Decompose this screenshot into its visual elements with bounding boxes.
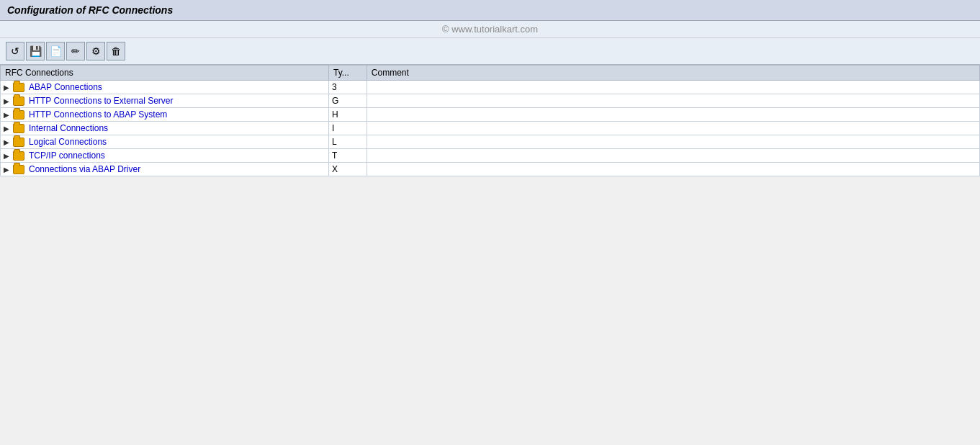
expand-arrow-icon[interactable]: ▶ (4, 97, 11, 105)
folder-icon (13, 138, 24, 147)
rfc-connections-table: RFC Connections Ty... Comment ▶ABAP Conn… (0, 65, 980, 176)
row-type-cell: H (328, 108, 367, 122)
expand-arrow-icon[interactable]: ▶ (4, 111, 11, 119)
row-name-cell: ▶TCP/IP connections (1, 149, 329, 163)
row-comment-cell (367, 108, 979, 122)
refresh-icon: ↺ (11, 45, 19, 57)
table-header-row: RFC Connections Ty... Comment (1, 66, 980, 81)
row-comment-cell (367, 135, 979, 149)
watermark-text: © www.tutorialkart.com (442, 24, 538, 35)
refresh-button[interactable]: ↺ (6, 42, 24, 60)
row-name-cell: ▶Internal Connections (1, 122, 329, 135)
folder-icon (13, 124, 24, 133)
row-comment-cell (367, 122, 979, 135)
row-comment-cell (367, 94, 979, 108)
row-name-label[interactable]: Logical Connections (29, 137, 107, 147)
row-name-label[interactable]: HTTP Connections to External Server (29, 96, 174, 106)
row-name-cell: ▶HTTP Connections to External Server (1, 94, 329, 108)
edit-button[interactable]: ✏ (66, 42, 85, 60)
expand-arrow-icon[interactable]: ▶ (4, 166, 11, 174)
col-header-type: Ty... (328, 66, 367, 81)
delete-button[interactable]: 🗑 (107, 42, 125, 60)
new-icon: 📄 (50, 45, 62, 57)
row-name-label[interactable]: HTTP Connections to ABAP System (29, 109, 167, 120)
row-comment-cell (367, 163, 979, 176)
row-type-cell: 3 (328, 81, 367, 94)
delete-icon: 🗑 (111, 45, 121, 57)
properties-button[interactable]: ⚙ (86, 42, 105, 60)
table-row[interactable]: ▶HTTP Connections to External ServerG (1, 94, 980, 108)
row-comment-cell (367, 81, 979, 94)
expand-arrow-icon[interactable]: ▶ (4, 84, 11, 91)
folder-icon (13, 165, 24, 174)
expand-arrow-icon[interactable]: ▶ (4, 125, 11, 132)
table-row[interactable]: ▶ABAP Connections3 (1, 81, 980, 94)
row-name-cell: ▶Logical Connections (1, 135, 329, 149)
row-name-cell: ▶HTTP Connections to ABAP System (1, 108, 329, 122)
folder-icon (13, 96, 24, 106)
row-name-label[interactable]: Connections via ABAP Driver (29, 164, 140, 174)
row-type-cell: T (328, 149, 367, 163)
expand-arrow-icon[interactable]: ▶ (4, 138, 11, 146)
row-comment-cell (367, 149, 979, 163)
main-content: RFC Connections Ty... Comment ▶ABAP Conn… (0, 65, 980, 176)
save-icon: 💾 (30, 45, 42, 57)
table-row[interactable]: ▶HTTP Connections to ABAP SystemH (1, 108, 980, 122)
table-row[interactable]: ▶Internal ConnectionsI (1, 122, 980, 135)
folder-icon (13, 83, 24, 92)
row-name-label[interactable]: ABAP Connections (29, 82, 102, 92)
expand-arrow-icon[interactable]: ▶ (4, 152, 11, 160)
toolbar: ↺ 💾 📄 ✏ ⚙ 🗑 (0, 38, 980, 65)
row-name-label[interactable]: TCP/IP connections (29, 150, 105, 161)
col-header-comment: Comment (367, 66, 979, 81)
row-name-cell: ▶ABAP Connections (1, 81, 329, 94)
properties-icon: ⚙ (91, 45, 101, 57)
row-type-cell: G (328, 94, 367, 108)
page-title: Configuration of RFC Connections (7, 4, 173, 16)
row-type-cell: X (328, 163, 367, 176)
table-row[interactable]: ▶Logical ConnectionsL (1, 135, 980, 149)
row-name-cell: ▶Connections via ABAP Driver (1, 163, 329, 176)
row-name-label[interactable]: Internal Connections (29, 123, 108, 133)
table-row[interactable]: ▶TCP/IP connectionsT (1, 149, 980, 163)
new-button[interactable]: 📄 (46, 42, 65, 60)
table-row[interactable]: ▶Connections via ABAP DriverX (1, 163, 980, 176)
watermark-bar: © www.tutorialkart.com (0, 21, 980, 38)
edit-icon: ✏ (71, 45, 80, 57)
save-button[interactable]: 💾 (26, 42, 45, 60)
title-bar: Configuration of RFC Connections (0, 0, 980, 21)
row-type-cell: L (328, 135, 367, 149)
folder-icon (13, 151, 24, 161)
folder-icon (13, 110, 24, 120)
row-type-cell: I (328, 122, 367, 135)
col-header-name: RFC Connections (1, 66, 329, 81)
